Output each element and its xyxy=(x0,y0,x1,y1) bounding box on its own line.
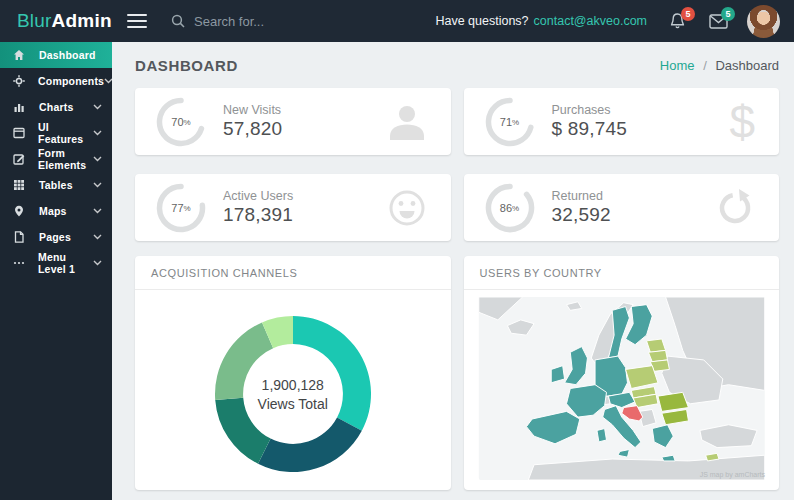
search-box xyxy=(171,14,344,29)
panel-title-acquisition: ACQUISITION CHANNELS xyxy=(135,256,451,290)
sidebar-item-ui-features[interactable]: UI Features xyxy=(0,120,112,146)
home-icon xyxy=(13,49,26,61)
sidebar-item-pages[interactable]: Pages xyxy=(0,224,112,250)
dots-icon xyxy=(13,257,25,269)
contact-email-link[interactable]: contact@akveo.com xyxy=(534,14,647,28)
country-romania[interactable] xyxy=(657,392,688,411)
bell-badge: 5 xyxy=(681,7,695,21)
search-input[interactable] xyxy=(194,14,344,29)
refresh-icon xyxy=(715,188,755,228)
panel-title-map: USERS BY COUNTRY xyxy=(464,256,780,290)
file-icon xyxy=(13,231,26,243)
chevron-down-icon xyxy=(93,130,102,136)
users-by-country-panel: USERS BY COUNTRY xyxy=(464,256,780,490)
chevron-down-icon xyxy=(104,78,113,84)
stat-value: 178,391 xyxy=(223,204,293,226)
chevron-down-icon xyxy=(93,182,102,188)
stat-percent: 86 xyxy=(500,202,512,214)
europe-map[interactable]: JS map by amCharts xyxy=(474,297,770,480)
chevron-down-icon xyxy=(93,208,102,214)
sidebar-item-label: Pages xyxy=(39,231,71,243)
breadcrumb-home-link[interactable]: Home xyxy=(660,58,695,73)
user-avatar[interactable] xyxy=(747,5,780,38)
sidebar-item-charts[interactable]: Charts xyxy=(0,94,112,120)
stat-percent: 70 xyxy=(171,116,183,128)
sidebar-item-dashboard[interactable]: Dashboard xyxy=(0,42,112,68)
sidebar-item-label: Maps xyxy=(39,205,67,217)
stat-label: Returned xyxy=(552,189,611,203)
person-icon xyxy=(387,103,427,141)
sidebar: DashboardComponentsChartsUI FeaturesForm… xyxy=(0,42,112,500)
form-icon xyxy=(13,153,25,165)
messages-button[interactable]: 5 xyxy=(709,12,727,30)
notifications-bell[interactable]: 5 xyxy=(669,12,687,30)
stat-card-active-users: 77% Active Users 178,391 xyxy=(135,174,451,241)
donut-center-label: 1,900,128 Views Total xyxy=(212,313,374,475)
smiley-icon xyxy=(387,188,427,228)
logo-accent-text: Blur xyxy=(17,10,52,31)
gear-icon xyxy=(13,75,25,87)
breadcrumb-current: Dashboard xyxy=(715,58,779,73)
sidebar-item-label: Dashboard xyxy=(39,49,96,61)
stat-card-new-visits: 70% New Visits 57,820 xyxy=(135,88,451,155)
app-logo[interactable]: BlurAdmin xyxy=(0,10,112,32)
stat-card-purchases: 71% Purchases $ 89,745 $ xyxy=(464,88,780,155)
chevron-down-icon xyxy=(93,156,102,162)
mail-badge: 5 xyxy=(721,7,735,21)
sidebar-item-label: Form Elements xyxy=(38,147,93,171)
breadcrumb: Home / Dashboard xyxy=(660,58,779,73)
pin-icon xyxy=(13,205,26,217)
stat-label: New Visits xyxy=(223,103,282,117)
sidebar-item-label: Menu Level 1 xyxy=(38,251,93,275)
logo-rest-text: Admin xyxy=(52,10,112,31)
sidebar-menu: DashboardComponentsChartsUI FeaturesForm… xyxy=(0,42,112,276)
sidebar-item-label: Components xyxy=(38,75,104,87)
dollar-icon: $ xyxy=(729,102,755,142)
sidebar-item-components[interactable]: Components xyxy=(0,68,112,94)
stat-value: 32,592 xyxy=(552,204,611,226)
chevron-down-icon xyxy=(93,104,102,110)
sidebar-item-label: Tables xyxy=(39,179,73,191)
country-cyprus[interactable] xyxy=(705,453,718,461)
table-icon xyxy=(13,179,26,191)
sidebar-item-tables[interactable]: Tables xyxy=(0,172,112,198)
sidebar-item-label: Charts xyxy=(39,101,73,113)
acquisition-channels-panel: ACQUISITION CHANNELS 1,900,128 Views Tot… xyxy=(135,256,451,490)
country-sardinia[interactable] xyxy=(596,429,606,442)
map-watermark: JS map by amCharts xyxy=(700,471,765,478)
sidebar-item-label: UI Features xyxy=(38,121,93,145)
main-content: DASHBOARD Home / Dashboard 70% New Visit… xyxy=(112,42,794,500)
stat-label: Active Users xyxy=(223,189,293,203)
stat-percent: 77 xyxy=(171,202,183,214)
stat-value: 57,820 xyxy=(223,118,282,140)
search-icon xyxy=(171,14,185,28)
have-questions-text: Have questions? xyxy=(435,14,528,28)
europe-map-svg xyxy=(474,297,770,480)
chevron-down-icon xyxy=(93,234,102,240)
breadcrumb-separator: / xyxy=(703,58,707,73)
stat-value: $ 89,745 xyxy=(552,118,628,140)
chart-icon xyxy=(13,101,26,113)
window-icon xyxy=(13,127,25,139)
sidebar-item-form-elements[interactable]: Form Elements xyxy=(0,146,112,172)
top-navbar: BlurAdmin Have questions? contact@akveo.… xyxy=(0,0,794,42)
page-title: DASHBOARD xyxy=(135,57,238,74)
sidebar-item-menu-level-1[interactable]: Menu Level 1 xyxy=(0,250,112,276)
chevron-down-icon xyxy=(93,260,102,266)
menu-toggle-icon[interactable] xyxy=(127,10,147,32)
stat-percent: 71 xyxy=(500,116,512,128)
sidebar-item-maps[interactable]: Maps xyxy=(0,198,112,224)
stat-card-returned: 86% Returned 32,592 xyxy=(464,174,780,241)
stat-label: Purchases xyxy=(552,103,628,117)
